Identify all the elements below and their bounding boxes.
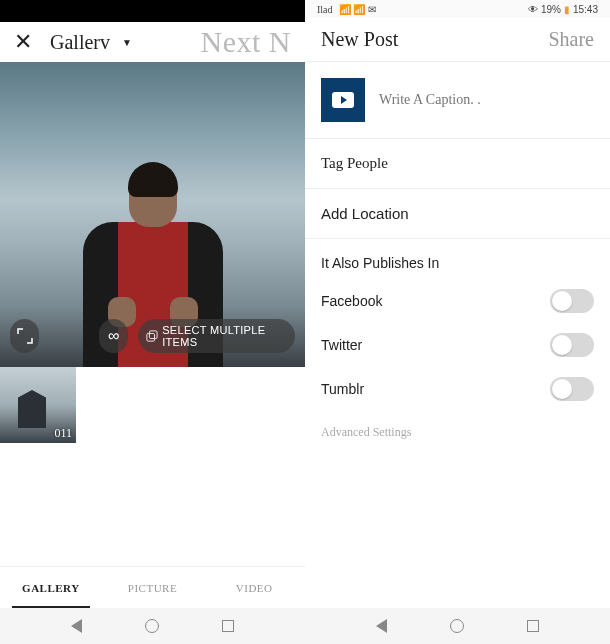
nav-recents-icon[interactable]	[527, 620, 539, 632]
android-nav-bar	[305, 608, 610, 644]
nav-back-icon[interactable]	[376, 619, 387, 633]
signal-wifi-icons: 📶 📶 ✉	[339, 4, 377, 15]
svg-rect-0	[147, 333, 155, 341]
battery-percent: 19%	[541, 4, 561, 15]
add-location-row[interactable]: Add Location	[305, 189, 610, 239]
tumblr-toggle[interactable]	[550, 377, 594, 401]
preview-controls: ∞ SELECT MULTIPLE ITEMS	[10, 319, 295, 353]
svg-rect-1	[150, 331, 158, 339]
select-multiple-button[interactable]: SELECT MULTIPLE ITEMS	[138, 319, 295, 353]
nav-recents-icon[interactable]	[222, 620, 234, 632]
media-preview[interactable]: ∞ SELECT MULTIPLE ITEMS	[0, 62, 305, 367]
nav-back-icon[interactable]	[71, 619, 82, 633]
carrier-label: Ilad	[317, 4, 333, 15]
tag-people-row[interactable]: Tag People	[305, 139, 610, 189]
thumbnail-item[interactable]: 011	[0, 367, 76, 443]
nav-home-icon[interactable]	[145, 619, 159, 633]
thumbnail-duration: 011	[54, 426, 72, 441]
tab-gallery[interactable]: GALLERY	[0, 567, 102, 608]
picker-tabs: GALLERY PICTURE VIDEO	[0, 566, 305, 608]
nav-home-icon[interactable]	[450, 619, 464, 633]
new-post-screen: Ilad 📶 📶 ✉ 👁 19% ▮ 15:43 New Post Share …	[305, 0, 610, 644]
eye-icon: 👁	[528, 4, 538, 15]
thumbnail-grid: 011	[0, 367, 305, 443]
share-button[interactable]: Share	[548, 28, 594, 51]
twitter-toggle[interactable]	[550, 333, 594, 357]
expand-icon[interactable]	[10, 319, 39, 353]
twitter-label: Twitter	[321, 337, 362, 353]
facebook-toggle-row: Facebook	[305, 279, 610, 323]
facebook-label: Facebook	[321, 293, 382, 309]
new-post-header: New Post Share	[305, 18, 610, 62]
tab-picture[interactable]: PICTURE	[102, 567, 204, 608]
boomerang-icon[interactable]: ∞	[99, 319, 128, 353]
caption-section	[305, 62, 610, 139]
next-button[interactable]: Next N	[201, 25, 291, 59]
status-bar: Ilad 📶 📶 ✉ 👁 19% ▮ 15:43	[305, 0, 610, 18]
video-icon	[332, 92, 354, 108]
select-multiple-label: SELECT MULTIPLE ITEMS	[162, 324, 283, 348]
close-icon[interactable]: ✕	[14, 29, 32, 55]
also-publishes-label: It Also Publishes In	[305, 239, 610, 279]
facebook-toggle[interactable]	[550, 289, 594, 313]
tumblr-label: Tumblr	[321, 381, 364, 397]
tumblr-toggle-row: Tumblr	[305, 367, 610, 411]
clock: 15:43	[573, 4, 598, 15]
picker-header: ✕ Gallerv ▼ Next N	[0, 22, 305, 62]
status-bar-placeholder	[0, 0, 305, 22]
tab-video[interactable]: VIDEO	[203, 567, 305, 608]
chevron-down-icon: ▼	[122, 37, 132, 48]
layers-icon	[146, 329, 158, 343]
caption-input[interactable]	[379, 92, 594, 108]
page-title: New Post	[321, 28, 398, 51]
android-nav-bar	[0, 608, 305, 644]
advanced-settings-link[interactable]: Advanced Settings	[305, 411, 610, 454]
twitter-toggle-row: Twitter	[305, 323, 610, 367]
battery-icon: ▮	[564, 4, 570, 15]
media-picker-screen: ✕ Gallerv ▼ Next N ∞ SELECT MULTIPLE ITE…	[0, 0, 305, 644]
source-dropdown[interactable]: Gallerv ▼	[50, 31, 132, 54]
source-label: Gallerv	[50, 31, 110, 54]
post-thumbnail[interactable]	[321, 78, 365, 122]
